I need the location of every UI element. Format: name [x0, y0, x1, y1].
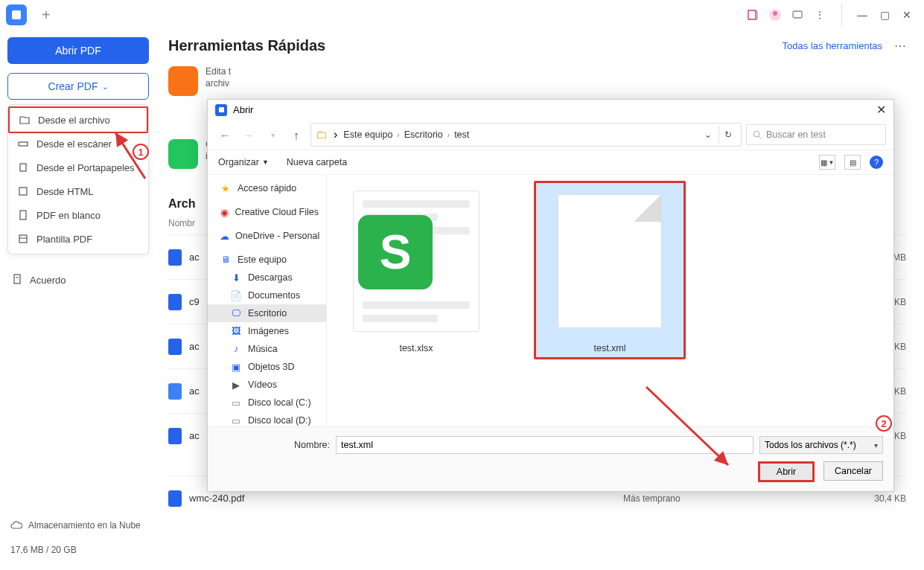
recent-size: KB: [894, 431, 906, 441]
tool-card-edit[interactable]: Edita t archiv: [168, 66, 906, 96]
content-header-right: Todas las herramientas ⋯: [783, 39, 906, 53]
nav-recent-button[interactable]: ▾: [263, 125, 282, 144]
view-details-button[interactable]: ▤: [844, 155, 861, 170]
svg-point-2: [773, 11, 777, 16]
open-pdf-button[interactable]: Abrir PDF: [7, 37, 149, 64]
menu-from-file[interactable]: Desde el archivo: [8, 106, 148, 133]
svg-rect-4: [19, 142, 28, 146]
open-button[interactable]: Abrir: [758, 461, 815, 482]
tree-disk-c[interactable]: ▭Disco local (C:): [208, 394, 326, 412]
file-xml-label: test.xml: [593, 343, 625, 353]
cloud-storage[interactable]: Almacenamiento en la Nube: [10, 519, 146, 531]
star-icon: ★: [220, 182, 232, 194]
more-icon[interactable]: ⋯: [894, 39, 906, 53]
search-input[interactable]: Buscar en test: [746, 124, 886, 145]
filename-input[interactable]: [336, 436, 753, 454]
dialog-close-button[interactable]: ✕: [876, 103, 886, 117]
avatar-icon[interactable]: [768, 8, 782, 22]
new-tab-button[interactable]: +: [36, 7, 57, 24]
maximize-button[interactable]: ▢: [873, 4, 896, 26]
window-controls: ― ▢ ✕: [841, 4, 918, 26]
menu-from-html[interactable]: Desde HTML: [8, 179, 148, 203]
crumb[interactable]: test: [454, 129, 469, 140]
breadcrumb[interactable]: 🗀 › Este equipo › Escritorio › test ⌄ ↻: [310, 123, 742, 147]
convert-tool-icon: [168, 139, 198, 169]
chat-icon[interactable]: [791, 8, 804, 22]
file-pane: S test.xlsx test.xml: [327, 175, 893, 426]
sidebar-agreement[interactable]: Acuerdo: [7, 268, 149, 292]
pc-icon: 🖥: [220, 254, 232, 266]
storage-value: 17,6 MB / 20 GB: [10, 545, 146, 555]
view-thumbs-button[interactable]: ▦▼: [819, 155, 835, 170]
chevron-down-icon: ⌄: [102, 83, 108, 91]
menu-from-scanner[interactable]: Desde el escáner: [8, 132, 148, 156]
file-xlsx-label: test.xlsx: [399, 343, 433, 353]
folder-tree: ★Acceso rápido ◉Creative Cloud Files ☁On…: [208, 175, 327, 426]
organize-button[interactable]: Organizar▼: [218, 157, 269, 167]
recent-size: MB: [893, 252, 906, 263]
close-window-button[interactable]: ✕: [896, 4, 918, 26]
menu-blank-pdf[interactable]: PDF en blanco: [8, 203, 148, 227]
tree-images[interactable]: 🖼Imágenes: [208, 322, 326, 340]
menu-template[interactable]: Plantilla PDF: [8, 227, 148, 251]
recent-size: KB: [894, 386, 906, 397]
annotation-2: 2: [876, 415, 892, 432]
cancel-button[interactable]: Cancelar: [823, 461, 883, 481]
menu-from-clipboard[interactable]: Desde el Portapapeles: [8, 156, 148, 179]
menu-template-label: Plantilla PDF: [36, 234, 92, 245]
tree-desktop[interactable]: 🖵Escritorio: [208, 304, 326, 322]
content-header: Herramientas Rápidas Todas las herramien…: [168, 37, 906, 54]
nav-forward-button[interactable]: →: [239, 125, 258, 144]
filetype-select[interactable]: Todos los archivos (*.*): [759, 436, 883, 454]
tree-music[interactable]: ♪Música: [208, 340, 326, 358]
minimize-button[interactable]: ―: [851, 4, 873, 26]
crumb[interactable]: Escritorio: [404, 129, 443, 140]
menu-html-label: Desde HTML: [36, 186, 94, 197]
file-xml[interactable]: test.xml: [535, 182, 684, 358]
menu-scan-label: Desde el escáner: [36, 138, 112, 150]
dialog-toolbar: Organizar▼ Nueva carpeta ▦▼ ▤ ?: [208, 150, 893, 175]
nav-back-button[interactable]: ←: [215, 125, 235, 144]
titlebar-left: +: [6, 4, 57, 25]
sidebar-bottom: Almacenamiento en la Nube 17,6 MB / 20 G…: [7, 516, 149, 563]
crumb-refresh-button[interactable]: ↻: [719, 126, 736, 144]
doc-icon: [12, 274, 22, 286]
file-xlsx[interactable]: S test.xlsx: [342, 182, 491, 358]
tree-quick-access[interactable]: ★Acceso rápido: [208, 179, 326, 197]
titlebar: + ⋮ ― ▢ ✕: [0, 0, 924, 30]
tree-this-pc[interactable]: 🖥Este equipo: [208, 251, 326, 269]
pdf-icon: [168, 383, 182, 400]
tree-documents[interactable]: 📄Documentos: [208, 286, 326, 304]
tree-creative-cloud[interactable]: ◉Creative Cloud Files: [208, 203, 326, 221]
xlsx-thumb: S: [353, 190, 479, 332]
onedrive-icon: ☁: [220, 230, 229, 242]
dialog-footer: Nombre: Todos los archivos (*.*) Abrir C…: [208, 426, 893, 491]
svg-rect-0: [748, 10, 756, 19]
tree-onedrive[interactable]: ☁OneDrive - Personal: [208, 227, 326, 245]
tree-videos[interactable]: ▶Vídeos: [208, 376, 326, 394]
tree-disk-d[interactable]: ▭Disco local (D:): [208, 412, 326, 426]
create-pdf-button[interactable]: Crear PDF ⌄: [7, 73, 149, 100]
tree-downloads[interactable]: ⬇Descargas: [208, 269, 326, 286]
music-icon: ♪: [230, 343, 242, 355]
svg-rect-5: [20, 164, 26, 171]
create-pdf-menu: Desde el archivo Desde el escáner Desde …: [7, 104, 149, 254]
crumb[interactable]: Este equipo: [343, 129, 392, 140]
storage-label: Almacenamiento en la Nube: [28, 520, 141, 531]
dialog-nav: ← → ▾ ↑ 🗀 › Este equipo › Escritorio › t…: [208, 120, 893, 150]
help-button[interactable]: ?: [870, 156, 883, 169]
notes-icon[interactable]: [746, 8, 759, 22]
dialog-body: ★Acceso rápido ◉Creative Cloud Files ☁On…: [208, 175, 893, 426]
nav-up-button[interactable]: ↑: [287, 125, 306, 144]
new-folder-button[interactable]: Nueva carpeta: [287, 157, 347, 167]
crumb-dropdown-button[interactable]: ⌄: [699, 126, 717, 144]
svg-rect-8: [19, 235, 27, 243]
search-icon: [753, 130, 762, 139]
all-tools-link[interactable]: Todas las herramientas: [783, 40, 882, 51]
menu-clip-label: Desde el Portapapeles: [36, 162, 135, 173]
kebab-icon[interactable]: ⋮: [813, 8, 826, 22]
filetype-value: Todos los archivos (*.*): [765, 440, 856, 450]
svg-rect-10: [14, 275, 20, 284]
tree-3d-objects[interactable]: ▣Objetos 3D: [208, 358, 326, 376]
svg-rect-7: [20, 211, 26, 220]
